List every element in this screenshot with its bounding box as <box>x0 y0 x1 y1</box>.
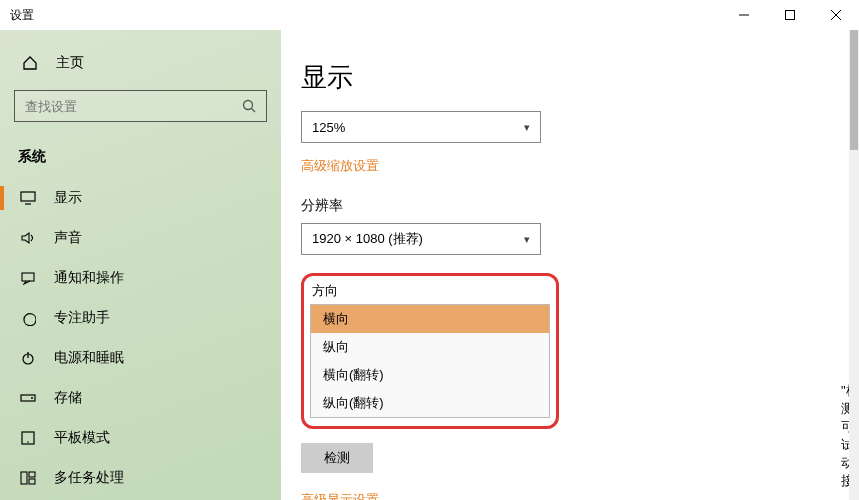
svg-point-4 <box>244 101 253 110</box>
orientation-label: 方向 <box>310 280 550 300</box>
resolution-select[interactable]: 1920 × 1080 (推荐) ▾ <box>301 223 541 255</box>
search-icon <box>242 99 256 113</box>
resolution-value: 1920 × 1080 (推荐) <box>312 230 423 248</box>
nav-notifications[interactable]: 通知和操作 <box>0 258 281 298</box>
nav-storage[interactable]: 存储 <box>0 378 281 418</box>
close-button[interactable] <box>813 0 859 30</box>
nav-label: 声音 <box>54 229 82 247</box>
nav-label: 多任务处理 <box>54 469 124 487</box>
nav-label: 平板模式 <box>54 429 110 447</box>
nav-label: 显示 <box>54 189 82 207</box>
orientation-option[interactable]: 纵向 <box>311 333 549 361</box>
maximize-icon <box>785 10 795 20</box>
sidebar-home-label: 主页 <box>56 54 84 72</box>
search-box[interactable] <box>14 90 267 122</box>
display-icon <box>18 191 38 205</box>
close-icon <box>831 10 841 20</box>
svg-rect-6 <box>21 192 35 201</box>
nav-display[interactable]: 显示 <box>0 178 281 218</box>
tablet-icon <box>18 431 38 445</box>
content: 显示 125% ▾ 高级缩放设置 分辨率 1920 × 1080 (推荐) ▾ … <box>281 30 859 500</box>
nav-focus[interactable]: 专注助手 <box>0 298 281 338</box>
orientation-option[interactable]: 纵向(翻转) <box>311 389 549 417</box>
page-title: 显示 <box>301 60 859 95</box>
window-controls <box>721 0 859 30</box>
orientation-dropdown[interactable]: 横向 纵向 横向(翻转) 纵向(翻转) <box>310 304 550 418</box>
settings-window: 设置 主页 系统 <box>0 0 859 500</box>
storage-icon <box>18 392 38 404</box>
power-icon <box>18 350 38 366</box>
nav-label: 存储 <box>54 389 82 407</box>
svg-point-14 <box>27 441 29 443</box>
nav-sound[interactable]: 声音 <box>0 218 281 258</box>
titlebar: 设置 <box>0 0 859 30</box>
scale-value: 125% <box>312 120 345 135</box>
orientation-option[interactable]: 横向(翻转) <box>311 361 549 389</box>
body: 主页 系统 显示 声音 通知和操作 专注助手 <box>0 30 859 500</box>
svg-rect-16 <box>29 472 35 477</box>
orientation-option[interactable]: 横向 <box>311 305 549 333</box>
home-icon <box>20 55 40 71</box>
svg-rect-15 <box>21 472 27 484</box>
scale-select[interactable]: 125% ▾ <box>301 111 541 143</box>
search-input[interactable] <box>25 99 242 114</box>
nav-label: 电源和睡眠 <box>54 349 124 367</box>
maximize-button[interactable] <box>767 0 813 30</box>
orientation-highlight: 方向 横向 纵向 横向(翻转) 纵向(翻转) <box>301 273 559 429</box>
window-title: 设置 <box>10 7 34 24</box>
advanced-scale-link[interactable]: 高级缩放设置 <box>301 157 379 175</box>
scrollbar[interactable] <box>849 30 859 500</box>
advanced-display-link[interactable]: 高级显示设置 <box>301 491 379 500</box>
nav-label: 专注助手 <box>54 309 110 327</box>
svg-rect-8 <box>22 273 34 281</box>
svg-rect-1 <box>786 11 795 20</box>
chevron-down-icon: ▾ <box>524 233 530 246</box>
focus-icon <box>18 310 38 326</box>
nav-power[interactable]: 电源和睡眠 <box>0 338 281 378</box>
nav-multitask[interactable]: 多任务处理 <box>0 458 281 498</box>
scrollbar-thumb[interactable] <box>850 30 858 150</box>
svg-line-5 <box>252 109 256 113</box>
nav-tablet[interactable]: 平板模式 <box>0 418 281 458</box>
sidebar: 主页 系统 显示 声音 通知和操作 专注助手 <box>0 30 281 500</box>
sidebar-home[interactable]: 主页 <box>0 44 281 82</box>
chevron-down-icon: ▾ <box>524 121 530 134</box>
multitask-icon <box>18 471 38 485</box>
nav-label: 通知和操作 <box>54 269 124 287</box>
minimize-icon <box>739 10 749 20</box>
notification-icon <box>18 271 38 285</box>
resolution-label: 分辨率 <box>301 197 859 215</box>
svg-point-12 <box>31 397 33 399</box>
minimize-button[interactable] <box>721 0 767 30</box>
sound-icon <box>18 231 38 245</box>
sidebar-section-title: 系统 <box>0 148 281 166</box>
svg-rect-17 <box>29 479 35 484</box>
detect-button[interactable]: 检测 <box>301 443 373 473</box>
